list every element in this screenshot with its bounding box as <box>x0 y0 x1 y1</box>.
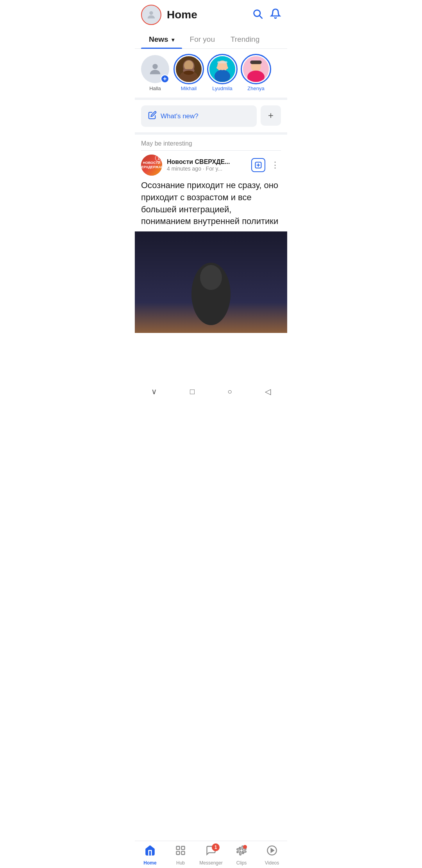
svg-point-1 <box>254 10 260 16</box>
svg-point-8 <box>184 71 194 75</box>
tabs-bar: News ▾ For you Trending <box>135 30 287 49</box>
whats-new-bar: What's new? + <box>135 100 287 135</box>
more-options-button[interactable]: ⋮ <box>269 158 281 172</box>
post-time: 4 minutes ago · For y... <box>167 165 247 172</box>
follow-button[interactable] <box>251 158 265 172</box>
header: Home <box>135 0 287 30</box>
section-label: May be interesting <box>135 135 287 150</box>
chevron-down-icon: ▾ <box>170 37 174 43</box>
story-name-mikhail: Mikhail <box>181 85 197 91</box>
story-avatar-zhenya <box>242 55 270 83</box>
stories-row: + Halla Mikhail <box>135 49 287 100</box>
svg-point-15 <box>225 66 228 69</box>
main-content: May be interesting НОВОСТИ СВЕРХДЕРЖАВЫ … <box>135 135 287 384</box>
svg-point-18 <box>247 71 265 83</box>
tab-trending[interactable]: Trending <box>223 30 267 48</box>
page-title: Home <box>167 9 252 21</box>
tab-news[interactable]: News ▾ <box>141 30 182 48</box>
story-avatar-lyudmila <box>208 55 236 83</box>
post-card: НОВОСТИ СВЕРХДЕРЖАВЫ 1 Новости СВЕРХДЕ..… <box>135 151 287 333</box>
system-recents-button[interactable]: □ <box>190 387 195 396</box>
story-item-lyudmila[interactable]: Lyudmila <box>208 55 236 91</box>
svg-point-6 <box>184 60 193 71</box>
bell-icon[interactable] <box>270 8 281 22</box>
story-avatar-halla: + <box>141 55 169 83</box>
svg-point-28 <box>200 265 222 290</box>
system-home-button[interactable]: ○ <box>227 387 232 396</box>
whats-new-button[interactable]: What's new? <box>141 105 257 127</box>
system-nav: ∨ □ ○ ◁ <box>135 384 287 401</box>
story-item-zhenya[interactable]: Zhenya <box>242 55 270 91</box>
post-actions: ⋮ <box>251 158 281 172</box>
story-name-lyudmila: Lyudmila <box>212 85 232 91</box>
search-icon[interactable] <box>252 8 263 22</box>
add-content-button[interactable]: + <box>261 105 281 126</box>
post-author-avatar[interactable]: НОВОСТИ СВЕРХДЕРЖАВЫ 1 <box>141 155 162 176</box>
svg-point-3 <box>152 64 157 69</box>
header-icons <box>252 8 281 22</box>
post-meta: Новости СВЕРХДЕ... 4 minutes ago · For y… <box>167 158 247 172</box>
tab-for-you[interactable]: For you <box>182 30 223 48</box>
svg-point-14 <box>216 66 219 69</box>
story-name-halla: Halla <box>149 85 161 91</box>
story-item-mikhail[interactable]: Mikhail <box>175 55 203 91</box>
profile-avatar[interactable] <box>141 5 161 25</box>
svg-rect-13 <box>217 61 227 64</box>
story-avatar-mikhail <box>175 55 203 83</box>
system-down-button[interactable]: ∨ <box>151 387 157 396</box>
svg-point-0 <box>149 11 153 15</box>
story-item-halla[interactable]: + Halla <box>141 55 169 91</box>
edit-icon <box>148 111 157 121</box>
post-header: НОВОСТИ СВЕРХДЕРЖАВЫ 1 Новости СВЕРХДЕ..… <box>141 151 281 180</box>
system-back-button[interactable]: ◁ <box>265 387 271 396</box>
svg-point-11 <box>215 70 230 83</box>
post-author-name: Новости СВЕРХДЕ... <box>167 158 247 165</box>
svg-line-2 <box>260 16 262 18</box>
svg-rect-20 <box>250 60 261 64</box>
add-story-button[interactable]: + <box>161 75 169 83</box>
story-name-zhenya: Zhenya <box>247 85 264 91</box>
post-badge: 1 <box>155 155 162 162</box>
post-text: Осознание приходит не сразу, оно приходи… <box>141 180 281 231</box>
post-video[interactable]: TikTok @aldmctool32 <box>135 231 287 333</box>
whats-new-label: What's new? <box>161 112 198 120</box>
